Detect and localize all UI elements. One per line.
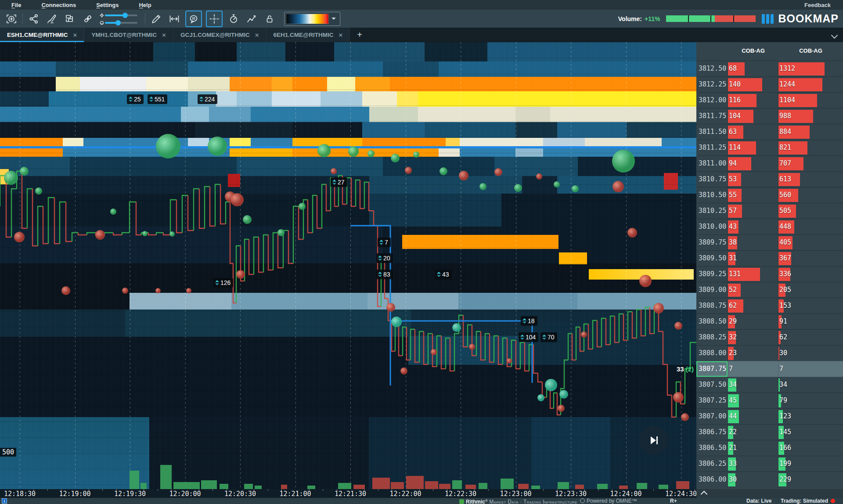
tab-list-chevron-icon[interactable] [831, 32, 838, 39]
ladder-price: 3806.25 [699, 460, 726, 468]
menu-help[interactable]: Help [139, 2, 151, 8]
time-label: 12:18:30 [4, 490, 36, 498]
ladder-price: 3812.25 [699, 80, 726, 88]
chevron-down-icon [329, 15, 339, 22]
measure-icon[interactable] [167, 12, 181, 26]
ladder-row[interactable]: 3808.253262 [696, 329, 843, 346]
minor-tick [530, 489, 530, 491]
time-axis: 12:18:3012:19:0012:19:3012:20:0012:20:30… [0, 489, 843, 498]
ladder-row[interactable]: 3811.25114821 [696, 140, 843, 156]
tab-gcj1.comex[interactable]: GCJ1.COMEX@RITHMIC× [173, 28, 267, 42]
ladder-value-col1: 38 [729, 238, 737, 246]
time-label: 12:24:30 [665, 490, 696, 498]
ladder-value-col2: 145 [779, 428, 791, 436]
tab-label: 6EH1.CME@RITHMIC [274, 32, 334, 38]
volume-bar-segment [666, 15, 688, 22]
menu-settings[interactable]: Settings [96, 2, 119, 8]
heatmap-palette-swatch [286, 14, 329, 24]
windows-icon[interactable] [63, 12, 77, 26]
bookmap-app: FileConnectionsSettingsHelp Feedback [0, 0, 843, 504]
ladder-row[interactable]: 3809.25131336 [696, 266, 843, 282]
close-tab-icon[interactable]: × [162, 31, 166, 39]
route-icon[interactable] [245, 12, 259, 26]
chat-icon[interactable] [185, 11, 202, 27]
ladder-value-col1: 116 [729, 96, 741, 104]
ladder-row[interactable]: 3808.7562153 [696, 298, 843, 314]
volume-bar [666, 15, 756, 22]
heatmap-chart[interactable]: 25551224277208343126181047050033(2) [0, 42, 696, 489]
time-label: 12:19:00 [59, 490, 90, 498]
ladder-row[interactable]: 3809.7538405 [696, 234, 843, 251]
minor-tick [33, 489, 34, 491]
add-tab-button[interactable]: + [350, 28, 369, 42]
ladder-row[interactable]: 3810.0043448 [696, 219, 843, 235]
time-label: 12:23:30 [555, 490, 587, 498]
ladder-row[interactable]: 3809.5031367 [696, 250, 843, 266]
price-trace-layer [0, 42, 696, 489]
ladder-value-col2: 229 [779, 475, 791, 483]
feedback-link[interactable]: Feedback [804, 2, 831, 8]
tab-ymh1.cbot[interactable]: YMH1.CBOT@RITHMIC× [84, 28, 173, 42]
ladder-row[interactable]: 3811.5063884 [696, 124, 843, 140]
ladder-row[interactable]: 3806.7522145 [696, 424, 843, 440]
stopwatch-icon[interactable] [227, 12, 241, 26]
ladder-row[interactable]: 3810.2557505 [696, 203, 843, 219]
ladder-row[interactable]: 3807.503434 [696, 377, 843, 393]
brightness-sliders[interactable] [99, 11, 141, 26]
minor-tick [392, 489, 392, 491]
ladder-row[interactable]: 3807.254579 [696, 392, 843, 409]
ladder-price: 3811.50 [699, 128, 726, 136]
ladder-row[interactable]: 3812.50681312 [696, 61, 843, 77]
ladder-row[interactable]: 3806.0030229 [696, 472, 843, 488]
updown-icon [437, 272, 441, 277]
ladder-row[interactable]: 3807.7577 [696, 361, 843, 377]
toolbar-separator [145, 13, 145, 25]
trading-status: Trading: Simulated [781, 498, 828, 504]
chevron-up-icon[interactable] [701, 491, 708, 498]
ladder-value-col2: 405 [779, 238, 791, 246]
tab-bar: ESH1.CME@RITHMIC×YMH1.CBOT@RITHMIC×GCJ1.… [0, 28, 843, 42]
ladder-value-col1: 53 [729, 175, 737, 183]
ladder-value-col2: 123 [779, 412, 791, 420]
menu-file[interactable]: File [11, 2, 21, 8]
close-tab-icon[interactable]: × [73, 31, 77, 39]
ladder-row[interactable]: 3810.5055560 [696, 187, 843, 203]
ladder-row[interactable]: 3807.0044123 [696, 408, 843, 425]
updown-icon [522, 318, 526, 324]
dom-ladder[interactable]: COB-AG COB-AG 3812.506813123812.25140124… [696, 42, 843, 489]
volume-bar-segment [711, 15, 733, 22]
minor-tick [309, 489, 310, 491]
ladder-row[interactable]: 3811.0094707 [696, 155, 843, 172]
ladder-row[interactable]: 3809.0052205 [696, 282, 843, 298]
time-label: 12:22:00 [389, 490, 421, 498]
info-icon[interactable]: i [2, 498, 7, 504]
ladder-price: 3807.25 [699, 396, 726, 404]
ladder-price: 3809.25 [699, 270, 726, 278]
lock-icon[interactable] [263, 12, 277, 26]
ladder-row[interactable]: 3812.251401244 [696, 76, 843, 93]
pencil-icon[interactable] [149, 12, 163, 26]
minor-tick [433, 489, 433, 491]
ladder-row[interactable]: 3806.2533199 [696, 456, 843, 472]
quill-icon[interactable] [45, 12, 59, 26]
ladder-row[interactable]: 3810.7553613 [696, 171, 843, 187]
share-icon[interactable] [27, 12, 41, 26]
link-icon[interactable] [81, 12, 95, 26]
replay-button[interactable] [639, 426, 668, 455]
tab-esh1.cme[interactable]: ESH1.CME@RITHMIC× [0, 28, 84, 42]
ladder-row[interactable]: 3808.502991 [696, 313, 843, 330]
close-tab-icon[interactable]: × [339, 31, 343, 39]
ladder-row[interactable]: 3808.002330 [696, 345, 843, 361]
crosshair-icon[interactable] [206, 11, 223, 27]
ladder-value-col1: 104 [729, 112, 741, 120]
snapshot-icon[interactable] [4, 12, 18, 26]
tab-6eh1.cme[interactable]: 6EH1.CME@RITHMIC× [267, 28, 350, 42]
heatmap-palette-select[interactable] [284, 12, 340, 26]
ladder-value-col1: 68 [729, 65, 737, 72]
ladder-row[interactable]: 3812.001161104 [696, 92, 843, 108]
ladder-row[interactable]: 3806.5021166 [696, 440, 843, 456]
ladder-row[interactable]: 3811.75104988 [696, 108, 843, 124]
trade-marker: 551 [148, 94, 167, 104]
menu-connections[interactable]: Connections [41, 2, 76, 8]
close-tab-icon[interactable]: × [255, 31, 259, 39]
